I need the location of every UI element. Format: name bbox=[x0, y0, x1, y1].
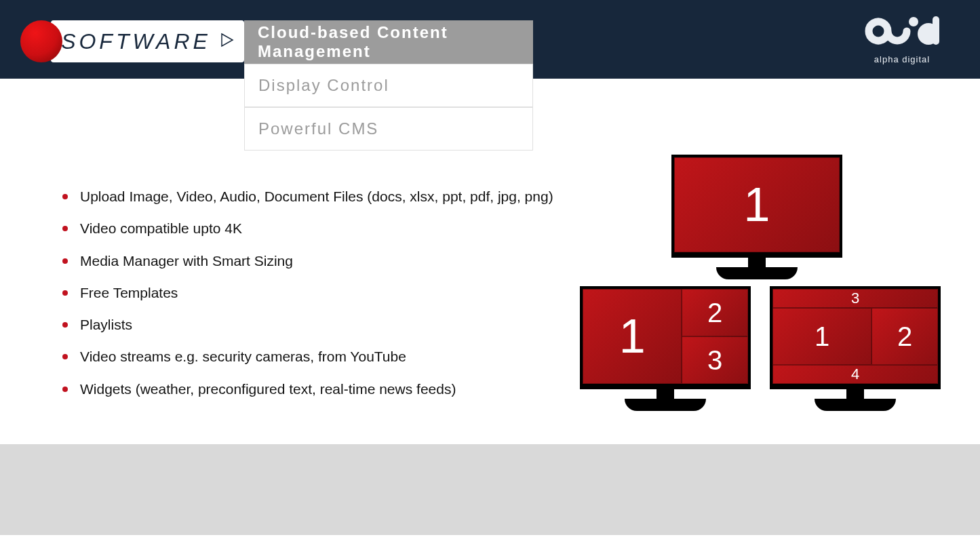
monitor-single-zone: 1 bbox=[671, 155, 842, 279]
svg-rect-3 bbox=[933, 16, 939, 45]
svg-marker-0 bbox=[222, 34, 233, 46]
zone-label: 1 bbox=[583, 289, 682, 384]
feature-item: Video compatible upto 4K bbox=[62, 219, 605, 237]
feature-item: Widgets (weather, preconfigured text, re… bbox=[62, 380, 605, 398]
feature-item: Upload Image, Video, Audio, Document Fil… bbox=[62, 187, 605, 205]
monitor-three-zone: 1 2 3 bbox=[580, 286, 751, 411]
brand-tagline: alpha digital bbox=[865, 54, 939, 64]
footer-band bbox=[0, 444, 980, 535]
monitor-four-zone: 3 1 2 4 bbox=[770, 286, 941, 411]
section-pill-label: SOFTWARE bbox=[61, 29, 211, 54]
zone-label: 1 bbox=[674, 157, 840, 252]
zone-label: 3 bbox=[682, 336, 748, 384]
zone-label: 1 bbox=[772, 308, 871, 365]
section-pill-software[interactable]: SOFTWARE bbox=[51, 20, 244, 62]
zone-label: 4 bbox=[772, 365, 938, 384]
submenu-item-cloud-cms[interactable]: Cloud-based Content Management bbox=[244, 20, 533, 64]
brand-logo: alpha digital bbox=[865, 12, 939, 64]
feature-item: Playlists bbox=[62, 315, 605, 334]
red-dot-icon bbox=[20, 20, 62, 62]
submenu-item-display-control[interactable]: Display Control bbox=[244, 64, 533, 107]
feature-item: Free Templates bbox=[62, 283, 605, 302]
submenu: Cloud-based Content Management Display C… bbox=[244, 20, 533, 151]
svg-point-1 bbox=[909, 17, 918, 26]
feature-item: Video streams e.g. security cameras, fro… bbox=[62, 347, 605, 366]
submenu-item-powerful-cms[interactable]: Powerful CMS bbox=[244, 107, 533, 151]
play-triangle-icon bbox=[220, 33, 234, 50]
zone-label: 2 bbox=[682, 289, 748, 336]
top-bar: SOFTWARE Cloud-based Content Management … bbox=[0, 0, 980, 79]
feature-item: Media Manager with Smart Sizing bbox=[62, 252, 605, 270]
zone-label: 2 bbox=[871, 308, 938, 365]
feature-list: Upload Image, Video, Audio, Document Fil… bbox=[62, 187, 605, 412]
zone-label: 3 bbox=[772, 289, 938, 308]
alpha-digital-logo-icon bbox=[865, 12, 939, 52]
